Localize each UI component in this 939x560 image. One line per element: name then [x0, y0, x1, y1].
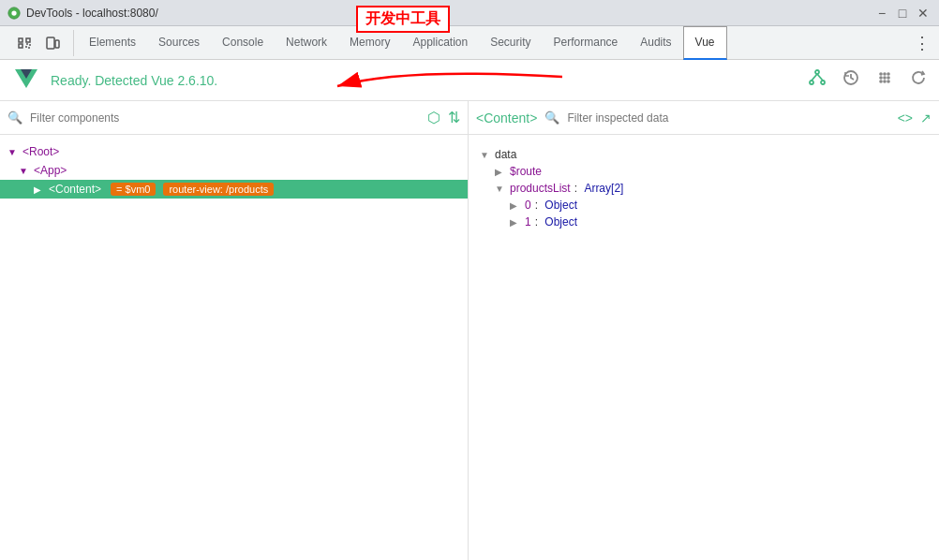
tab-network[interactable]: Network: [275, 26, 338, 60]
data-section-header[interactable]: ▼ data: [480, 146, 928, 163]
svg-point-14: [883, 72, 887, 76]
filter-actions: ⬡ ⇅: [427, 109, 460, 126]
sort-icon[interactable]: ⇅: [448, 109, 460, 126]
tab-security[interactable]: Security: [479, 26, 542, 60]
vue-header-actions: [808, 68, 928, 92]
root-tag: <Root>: [22, 145, 59, 158]
data-row-route[interactable]: ▶ $route: [480, 163, 928, 180]
product1-value: Object: [544, 215, 577, 228]
data-row-product-1[interactable]: ▶ 1 : Object: [480, 214, 928, 230]
device-icon[interactable]: [39, 30, 66, 56]
data-row-products-list[interactable]: ▼ productsList : Array[2]: [480, 180, 928, 197]
svg-point-7: [815, 70, 819, 74]
vm-badge: = $vm0: [111, 183, 156, 196]
svg-point-16: [879, 76, 883, 80]
tree-arrow-content: ▶: [34, 184, 45, 195]
svg-line-11: [817, 74, 823, 81]
tab-audits[interactable]: Audits: [629, 26, 682, 60]
tree-item-content[interactable]: ▶ <Content> = $vm0 router-view: /product…: [0, 180, 468, 199]
data-search-icon: 🔍: [544, 111, 559, 125]
content-breadcrumb: <Content>: [476, 111, 537, 125]
tree-item-app[interactable]: ▼ <App>: [0, 161, 468, 180]
colon: :: [574, 182, 581, 195]
maximize-button[interactable]: □: [894, 5, 911, 22]
svg-rect-2: [47, 37, 54, 49]
products-list-value: Array[2]: [584, 182, 623, 195]
close-button[interactable]: ✕: [915, 5, 932, 22]
svg-point-15: [887, 72, 890, 76]
router-badge: router-view: /products: [163, 183, 274, 196]
devtools-icons: [4, 30, 74, 56]
filter-search-icon: 🔍: [7, 111, 22, 125]
product1-key: 1: [525, 215, 531, 228]
title-bar: DevTools - localhost:8080/ 开发中工具 − □ ✕: [0, 0, 939, 26]
data-section-title: data: [495, 148, 516, 161]
data-filter-bar: <Content> 🔍 <> ↗: [469, 101, 939, 135]
tab-console[interactable]: Console: [211, 26, 275, 60]
route-key: $route: [510, 165, 542, 178]
product1-expand-arrow: ▶: [510, 217, 521, 228]
product0-value: Object: [544, 199, 577, 212]
svg-point-13: [879, 72, 883, 76]
tab-bar: Elements Sources Console Network Memory …: [0, 26, 939, 60]
content-tag-tree: <Content>: [49, 183, 101, 196]
svg-point-18: [887, 76, 890, 80]
product0-expand-arrow: ▶: [510, 200, 521, 211]
code-icon[interactable]: <>: [898, 111, 913, 125]
products-expand-arrow: ▼: [495, 184, 506, 194]
external-link-icon[interactable]: ↗: [920, 111, 932, 125]
vue-ready-text: Ready. Detected Vue 2.6.10.: [51, 73, 217, 88]
chinese-annotation-label: 开发中工具: [356, 6, 450, 33]
product0-key: 0: [525, 199, 531, 212]
svg-line-10: [812, 74, 817, 81]
vue-logo-area: Ready. Detected Vue 2.6.10.: [11, 66, 217, 96]
main-content: 🔍 ⬡ ⇅ ▼ <Root> ▼ <App> ▶ <Content> = $v: [0, 101, 939, 560]
svg-point-20: [883, 80, 887, 83]
right-actions: <> ↗: [898, 111, 932, 125]
tab-sources[interactable]: Sources: [147, 26, 211, 60]
chrome-icon: [7, 7, 21, 20]
window-title: DevTools - localhost:8080/: [26, 7, 158, 20]
minimize-button[interactable]: −: [873, 5, 890, 22]
products-list-key: productsList: [510, 182, 571, 195]
data-section: ▼ data ▶ $route ▼ productsList : Array[2…: [480, 146, 928, 230]
right-panel: <Content> 🔍 <> ↗ ▼ data ▶ $route: [469, 101, 939, 560]
refresh-icon[interactable]: [909, 68, 928, 92]
more-tabs-button[interactable]: ⋮: [909, 30, 935, 56]
left-panel: 🔍 ⬡ ⇅ ▼ <Root> ▼ <App> ▶ <Content> = $v: [0, 101, 469, 560]
tree-arrow-app: ▼: [19, 166, 30, 176]
data-expand-arrow: ▼: [480, 150, 491, 160]
filter-data-input[interactable]: [567, 111, 889, 125]
inspector-icon[interactable]: [11, 30, 37, 56]
filter-components-input[interactable]: [30, 111, 420, 125]
colon2: :: [535, 199, 542, 212]
vue-panel-header: Ready. Detected Vue 2.6.10.: [0, 60, 939, 101]
history-icon[interactable]: [842, 68, 860, 92]
tab-performance[interactable]: Performance: [543, 26, 630, 60]
component-tree: ▼ <Root> ▼ <App> ▶ <Content> = $vm0 rout…: [0, 135, 468, 206]
svg-point-9: [821, 81, 825, 84]
svg-rect-3: [55, 40, 59, 48]
route-expand-arrow: ▶: [495, 167, 506, 177]
data-inspector-area: ▼ data ▶ $route ▼ productsList : Array[2…: [469, 135, 939, 238]
svg-point-19: [879, 80, 883, 83]
colon3: :: [535, 215, 542, 228]
app-tag: <App>: [34, 164, 67, 177]
tree-item-root[interactable]: ▼ <Root>: [0, 142, 468, 161]
svg-point-1: [11, 10, 16, 15]
dots-grid-icon[interactable]: [875, 68, 894, 92]
svg-point-17: [883, 76, 887, 80]
data-row-product-0[interactable]: ▶ 0 : Object: [480, 197, 928, 214]
tab-elements[interactable]: Elements: [78, 26, 147, 60]
hexagon-icon[interactable]: ⬡: [427, 109, 440, 126]
vue-logo-icon: [11, 66, 41, 96]
svg-point-21: [887, 80, 890, 83]
svg-point-8: [810, 81, 813, 84]
tree-arrow-root: ▼: [7, 147, 19, 157]
component-filter-bar: 🔍 ⬡ ⇅: [0, 101, 468, 135]
tab-vue[interactable]: Vue: [683, 26, 727, 60]
component-tree-icon[interactable]: [808, 68, 827, 92]
